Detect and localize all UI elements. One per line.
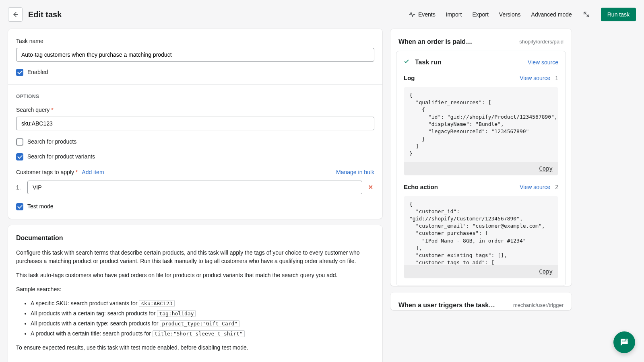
expand-icon[interactable] bbox=[582, 10, 590, 19]
echo-title: Echo action bbox=[404, 183, 438, 192]
log-code: { "qualifier_resources": [ { "id": "gid:… bbox=[404, 87, 558, 162]
chat-icon: ? bbox=[619, 337, 630, 348]
documentation-title: Documentation bbox=[16, 233, 374, 243]
tag-input[interactable] bbox=[27, 181, 362, 194]
manage-bulk-link[interactable]: Manage in bulk bbox=[336, 168, 374, 177]
remove-tag-icon[interactable]: ✕ bbox=[366, 183, 374, 192]
svg-text:?: ? bbox=[626, 339, 627, 341]
arrow-left-icon bbox=[12, 11, 19, 18]
test-mode-checkbox[interactable] bbox=[16, 203, 23, 210]
options-caption: OPTIONS bbox=[16, 93, 374, 100]
help-chat-button[interactable]: ? bbox=[613, 331, 635, 353]
advanced-mode-link[interactable]: Advanced mode bbox=[531, 10, 572, 19]
export-link[interactable]: Export bbox=[472, 10, 488, 19]
task-name-label: Task name bbox=[16, 37, 374, 45]
search-query-label: Search query * bbox=[16, 106, 374, 114]
check-icon bbox=[404, 58, 409, 67]
copy-link[interactable]: Copy bbox=[539, 268, 553, 275]
test-mode-label: Test mode bbox=[27, 202, 54, 211]
versions-link[interactable]: Versions bbox=[499, 10, 521, 19]
pulse-icon bbox=[409, 11, 416, 18]
doc-paragraph: To ensure expected results, use this tas… bbox=[16, 343, 374, 352]
event-trigger: shopify/orders/paid bbox=[519, 38, 564, 46]
search-products-label: Search for products bbox=[27, 138, 76, 146]
echo-code: { "customer_id": "gid://shopify/Customer… bbox=[404, 196, 558, 265]
doc-paragraph: This task auto-tags customers who have p… bbox=[16, 271, 374, 280]
run-task-button[interactable]: Run task bbox=[601, 8, 636, 21]
event-trigger: mechanic/user/trigger bbox=[513, 301, 564, 309]
page-title: Edit task bbox=[28, 8, 62, 21]
search-variants-checkbox[interactable] bbox=[16, 153, 23, 160]
doc-list-item: A product with a certain title: search p… bbox=[31, 329, 374, 338]
search-variants-label: Search for product variants bbox=[27, 152, 95, 161]
log-title: Log bbox=[404, 74, 415, 83]
copy-link[interactable]: Copy bbox=[539, 165, 553, 172]
doc-list-item: All products with a certain type: search… bbox=[31, 319, 374, 328]
view-source-link[interactable]: View source bbox=[520, 183, 550, 191]
search-products-checkbox[interactable] bbox=[16, 138, 23, 146]
task-name-input[interactable] bbox=[16, 48, 374, 62]
tags-label: Customer tags to apply * bbox=[16, 168, 78, 177]
enabled-checkbox[interactable] bbox=[16, 69, 23, 76]
enabled-label: Enabled bbox=[27, 68, 48, 76]
doc-list-item: All products with a certain tag: search … bbox=[31, 309, 374, 318]
event-title: When a user triggers the task… bbox=[398, 300, 495, 310]
doc-paragraph: Sample searches: bbox=[16, 285, 374, 294]
task-run-title: Task run bbox=[415, 58, 442, 67]
doc-paragraph: Configure this task with search terms th… bbox=[16, 249, 374, 265]
search-query-input[interactable] bbox=[16, 117, 374, 130]
doc-list-item: A specific SKU: search product variants … bbox=[31, 299, 374, 308]
back-button[interactable] bbox=[8, 7, 23, 22]
event-title: When an order is paid… bbox=[398, 37, 472, 47]
events-link[interactable]: Events bbox=[409, 10, 436, 19]
add-item-link[interactable]: Add item bbox=[82, 168, 104, 177]
log-number: 1 bbox=[555, 74, 558, 82]
echo-number: 2 bbox=[555, 183, 558, 191]
view-source-link[interactable]: View source bbox=[528, 58, 558, 67]
tag-index: 1. bbox=[16, 183, 23, 192]
import-link[interactable]: Import bbox=[446, 10, 462, 19]
view-source-link[interactable]: View source bbox=[520, 74, 550, 82]
